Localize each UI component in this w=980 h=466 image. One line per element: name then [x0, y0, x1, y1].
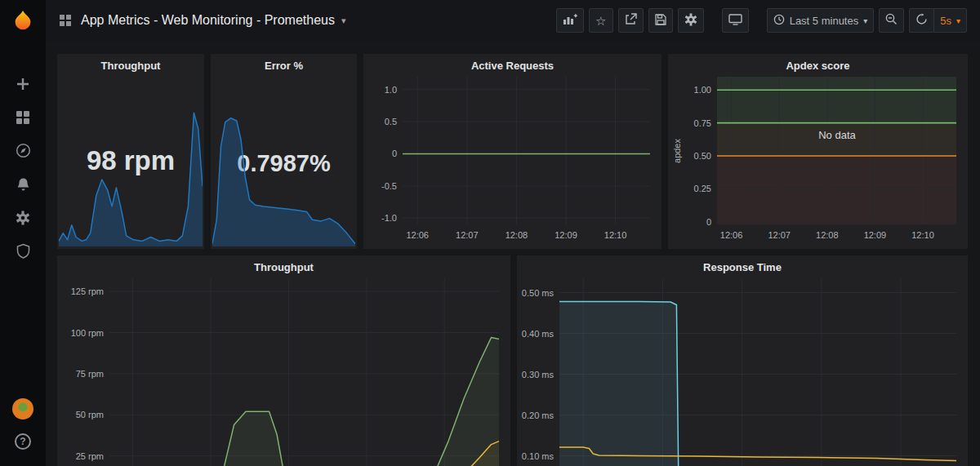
- refresh-icon: [915, 13, 928, 28]
- grafana-app: ? App Metrics - Web Monitoring - Prometh…: [0, 0, 980, 466]
- panel-throughput-graph: Throughput 125 rpm100 rpm75 rpm50 rpm25 …: [57, 255, 510, 466]
- svg-text:25 rpm: 25 rpm: [76, 451, 104, 461]
- shield-icon: [16, 243, 30, 261]
- navbar-actions: ☆: [556, 8, 967, 33]
- panel-title[interactable]: Throughput: [57, 255, 510, 278]
- svg-text:12:10: 12:10: [911, 230, 934, 240]
- svg-text:12:07: 12:07: [768, 230, 791, 240]
- svg-text:100 rpm: 100 rpm: [71, 328, 104, 338]
- refresh-interval-label: 5s: [940, 15, 951, 27]
- svg-text:12:08: 12:08: [816, 230, 839, 240]
- svg-text:12:06: 12:06: [720, 230, 743, 240]
- save-icon: [655, 14, 666, 28]
- svg-text:12:07: 12:07: [456, 230, 479, 240]
- refresh-interval-dropdown[interactable]: 5s ▾: [933, 8, 967, 33]
- cycle-view-mode-button[interactable]: [722, 8, 749, 33]
- svg-text:-0.5: -0.5: [381, 181, 397, 191]
- error-sparkline[interactable]: [212, 106, 355, 246]
- svg-text:-1.0: -1.0: [381, 213, 397, 223]
- svg-text:0.10 ms: 0.10 ms: [522, 451, 555, 461]
- gear-icon: [16, 211, 30, 228]
- add-panel-button[interactable]: [556, 8, 584, 33]
- dashboard-grid: Throughput 98 rpm Error % 0.7987% Active…: [46, 41, 980, 466]
- dashboard-title[interactable]: App Metrics - Web Monitoring - Prometheu…: [81, 13, 335, 28]
- svg-text:1.0: 1.0: [385, 85, 397, 95]
- clock-icon: [773, 14, 785, 28]
- svg-text:0.20 ms: 0.20 ms: [522, 411, 555, 420]
- panel-title[interactable]: Active Requests: [363, 54, 662, 77]
- magnifier-icon: [885, 13, 898, 28]
- active-requests-chart[interactable]: 1.00.50-0.5-1.012:0612:0712:0812:0912:10: [367, 77, 658, 249]
- sidebar-bottom: ?: [10, 399, 36, 466]
- grafana-flame-icon: [11, 9, 35, 33]
- panel-error-stat: Error % 0.7987%: [211, 54, 357, 249]
- dashboard-settings-button[interactable]: [678, 8, 704, 33]
- panel-active-requests: Active Requests 1.00.50-0.5-1.012:0612:0…: [363, 54, 662, 249]
- dashboards-grid-icon: [16, 110, 30, 127]
- panel-title[interactable]: Error %: [211, 54, 357, 77]
- svg-text:12:09: 12:09: [864, 230, 887, 240]
- response-time-chart[interactable]: 0.50 ms0.40 ms0.30 ms0.20 ms0.10 ms: [520, 278, 964, 466]
- throughput-sparkline[interactable]: [59, 106, 203, 246]
- sidebar-item-create[interactable]: [10, 75, 36, 95]
- svg-text:0: 0: [706, 217, 711, 227]
- svg-text:1.00: 1.00: [694, 85, 711, 95]
- apdex-chart[interactable]: 1.000.750.500.25012:0612:0712:0812:0912:…: [671, 77, 964, 249]
- question-mark-icon: ?: [15, 433, 31, 450]
- star-icon: ☆: [595, 15, 606, 27]
- time-range-picker[interactable]: Last 5 minutes ▾: [767, 8, 875, 33]
- grafana-logo[interactable]: [0, 0, 46, 42]
- svg-text:50 rpm: 50 rpm: [76, 410, 104, 419]
- sidebar-item-configuration[interactable]: [10, 209, 36, 229]
- svg-text:125 rpm: 125 rpm: [71, 286, 104, 296]
- star-button[interactable]: ☆: [589, 8, 613, 33]
- compass-icon: [16, 143, 31, 161]
- svg-text:0.75: 0.75: [694, 118, 711, 128]
- sidebar-item-dashboards[interactable]: [10, 109, 36, 128]
- zoom-out-button[interactable]: [879, 8, 904, 33]
- save-button[interactable]: [648, 8, 673, 33]
- svg-text:0.25: 0.25: [694, 184, 711, 193]
- dashboard-grid-icon[interactable]: [59, 14, 72, 27]
- svg-text:12:08: 12:08: [506, 230, 528, 240]
- panel-title[interactable]: Apdex score: [668, 54, 968, 77]
- plus-icon: [16, 77, 30, 94]
- gear-icon: [684, 13, 697, 29]
- refresh-button-group: 5s ▾: [909, 8, 967, 33]
- caret-down-icon[interactable]: ▾: [341, 16, 346, 26]
- help-button[interactable]: ?: [10, 432, 36, 451]
- panel-title[interactable]: Throughput: [57, 54, 204, 77]
- bell-icon: [16, 177, 30, 194]
- time-range-label: Last 5 minutes: [790, 15, 859, 27]
- refresh-button[interactable]: [909, 8, 933, 33]
- panel-throughput-stat: Throughput 98 rpm: [57, 54, 204, 249]
- caret-down-icon: ▾: [956, 16, 960, 25]
- add-panel-icon: [563, 13, 577, 28]
- throughput-chart[interactable]: 125 rpm100 rpm75 rpm50 rpm25 rpm: [60, 278, 507, 466]
- caret-down-icon: ▾: [863, 16, 867, 25]
- main-area: App Metrics - Web Monitoring - Prometheu…: [46, 0, 980, 466]
- svg-text:12:10: 12:10: [604, 230, 627, 240]
- sidebar: ?: [0, 0, 46, 466]
- svg-text:0.50: 0.50: [694, 151, 711, 161]
- share-button[interactable]: [618, 8, 644, 33]
- svg-text:75 rpm: 75 rpm: [76, 369, 104, 379]
- svg-text:No data: No data: [818, 129, 856, 141]
- sidebar-menu: [10, 75, 36, 262]
- svg-text:0.40 ms: 0.40 ms: [522, 329, 555, 339]
- svg-text:0.5: 0.5: [385, 117, 397, 126]
- panel-row-1: Throughput 98 rpm Error % 0.7987% Active…: [57, 54, 968, 249]
- svg-text:12:06: 12:06: [406, 230, 429, 240]
- user-avatar: [12, 398, 33, 419]
- top-navbar: App Metrics - Web Monitoring - Prometheu…: [46, 0, 980, 41]
- panel-title[interactable]: Response Time: [517, 255, 968, 278]
- share-icon: [625, 13, 637, 28]
- sidebar-item-explore[interactable]: [10, 142, 36, 162]
- sidebar-item-alerting[interactable]: [10, 175, 36, 195]
- panel-row-2: Throughput 125 rpm100 rpm75 rpm50 rpm25 …: [57, 255, 968, 466]
- sidebar-item-server-admin[interactable]: [10, 242, 36, 262]
- svg-text:0.30 ms: 0.30 ms: [522, 370, 555, 379]
- svg-text:apdex: apdex: [672, 139, 682, 163]
- svg-text:0.50 ms: 0.50 ms: [522, 288, 555, 298]
- user-avatar-button[interactable]: [10, 399, 36, 419]
